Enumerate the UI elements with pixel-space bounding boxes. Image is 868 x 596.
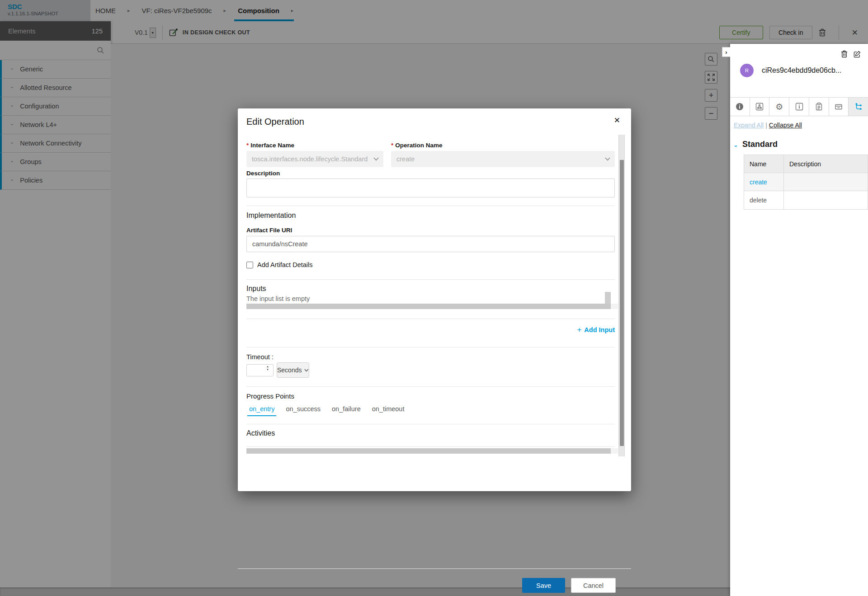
modal-title: Edit Operation	[246, 117, 304, 127]
description-textarea[interactable]	[246, 178, 615, 197]
divider	[246, 206, 615, 206]
timeout-unit-select[interactable]: Seconds	[277, 362, 309, 378]
table-header-row: Name Description	[744, 155, 868, 173]
column-header-name: Name	[744, 155, 784, 173]
column-header-description: Description	[784, 155, 868, 173]
tab-on-success[interactable]: on_success	[284, 404, 322, 416]
checkbox-icon	[246, 262, 253, 268]
divider	[246, 347, 615, 347]
tab-on-timeout[interactable]: on_timeout	[370, 404, 406, 416]
chevron-down-icon	[304, 369, 309, 372]
scrollbar-thumb[interactable]	[246, 304, 611, 309]
activities-section-title: Activities	[246, 429, 275, 437]
chevron-down-icon[interactable]: ⌄	[733, 141, 738, 148]
operation-name-label: *Operation Name	[391, 142, 443, 149]
interface-name-select[interactable]: tosca.interfaces.node.lifecycle.Standard	[246, 151, 383, 167]
inputs-empty-text: The input list is empty	[246, 295, 310, 302]
operation-delete-description	[784, 191, 868, 209]
tab-general-info[interactable]	[730, 98, 750, 116]
add-input-button[interactable]: + Add Input	[577, 325, 615, 334]
avatar: R	[740, 64, 754, 77]
tab-information[interactable]	[789, 98, 809, 116]
progress-points-tabs: on_entry on_success on_failure on_timeou…	[247, 404, 406, 416]
table-row[interactable]: create	[744, 173, 868, 191]
tab-requirements[interactable]	[809, 98, 829, 116]
artifact-file-uri-label: Artifact File URI	[246, 227, 292, 234]
component-name: ciRes9c4ebdd9de06cb...	[762, 66, 841, 75]
required-asterisk: *	[246, 142, 249, 149]
save-button[interactable]: Save	[522, 578, 565, 593]
plus-icon: +	[577, 325, 581, 334]
implementation-section-title: Implementation	[246, 211, 296, 220]
links-separator: |	[765, 122, 767, 129]
operation-create-description	[784, 173, 868, 191]
interface-section-title: Standard	[742, 140, 778, 149]
delete-component-icon[interactable]	[841, 50, 848, 58]
artifact-file-uri-input[interactable]	[246, 236, 615, 252]
inputs-horizontal-scrollbar[interactable]	[246, 304, 618, 309]
inputs-vertical-scrollbar[interactable]	[605, 292, 611, 304]
composition-icon	[755, 103, 764, 111]
scrollbar-thumb[interactable]	[620, 160, 624, 446]
info-square-icon	[795, 103, 803, 111]
divider	[246, 386, 615, 387]
tab-on-entry[interactable]: on_entry	[247, 404, 276, 416]
collapse-all-link[interactable]: Collapse All	[769, 122, 802, 129]
chevron-down-icon	[373, 157, 379, 161]
close-icon[interactable]: ✕	[614, 116, 620, 125]
tab-composition[interactable]	[750, 98, 770, 116]
interface-name-label: *Interface Name	[246, 142, 294, 149]
activities-horizontal-scrollbar[interactable]	[246, 448, 618, 454]
expand-all-link[interactable]: Expand All	[734, 122, 764, 129]
component-detail-panel: › R ciRes9c4ebdd9de06cb...	[730, 44, 868, 596]
divider	[246, 319, 615, 319]
inputs-section-title: Inputs	[246, 285, 266, 293]
scrollbar-thumb[interactable]	[246, 448, 611, 454]
edit-component-icon[interactable]	[854, 50, 861, 58]
timeout-input[interactable]	[246, 364, 274, 376]
modal-vertical-scrollbar[interactable]	[618, 135, 625, 456]
chevron-down-icon	[605, 157, 610, 161]
add-artifact-details-checkbox[interactable]: Add Artifact Details	[246, 261, 313, 268]
tab-artifacts[interactable]	[829, 98, 849, 116]
clipboard-icon	[815, 103, 823, 111]
required-asterisk: *	[391, 142, 393, 149]
divider	[246, 279, 615, 280]
modal-footer: Save Cancel	[238, 568, 631, 596]
artifacts-tray-icon	[835, 103, 843, 111]
table-row[interactable]: delete	[744, 191, 868, 209]
detail-panel-tabs: ⚙	[730, 97, 868, 116]
operation-create-link[interactable]: create	[744, 173, 784, 191]
timeout-label: Timeout :	[246, 353, 274, 361]
tab-on-failure[interactable]: on_failure	[330, 404, 363, 416]
gear-icon: ⚙	[775, 103, 783, 111]
divider	[246, 446, 615, 447]
cancel-button[interactable]: Cancel	[571, 578, 616, 593]
info-filled-icon	[736, 103, 744, 111]
description-label: Description	[246, 170, 280, 177]
number-stepper-icon[interactable]: ▲▼	[266, 365, 269, 371]
operations-table: Name Description create delete	[744, 155, 868, 210]
operations-workflow-icon	[854, 103, 863, 111]
operation-name-select[interactable]: create	[391, 151, 615, 167]
panel-collapse-button[interactable]: ›	[722, 47, 730, 57]
divider	[246, 424, 615, 424]
operation-delete-link[interactable]: delete	[744, 191, 784, 209]
tab-operations[interactable]	[849, 98, 868, 116]
progress-points-section-title: Progress Points	[246, 392, 294, 400]
edit-operation-modal: Edit Operation ✕ *Interface Name *Operat…	[238, 108, 631, 491]
tab-settings[interactable]: ⚙	[769, 98, 789, 116]
